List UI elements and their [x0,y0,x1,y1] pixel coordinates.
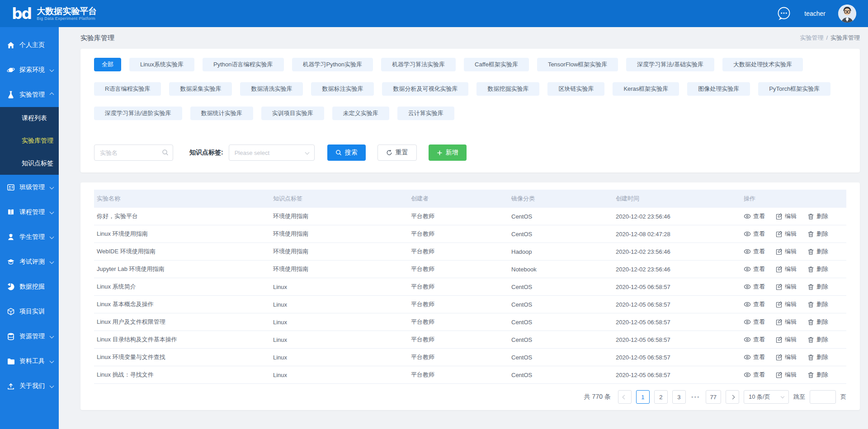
creator: 平台教师 [408,265,509,273]
filter-tag[interactable]: 机器学习算法实验库 [381,58,456,71]
prev-page-button[interactable] [618,390,632,404]
filter-tag[interactable]: 数据分析及可视化实验库 [382,82,468,96]
message-icon[interactable] [776,6,792,21]
view-button[interactable]: 查看 [744,265,765,273]
edit-button[interactable]: 编辑 [776,353,797,361]
chevron-left-icon [623,395,627,399]
sidebar-item-about[interactable]: 关于我们 [0,373,59,398]
filter-tag[interactable]: Linux系统实验库 [129,58,194,71]
delete-button[interactable]: 删除 [807,265,828,273]
avatar[interactable] [838,5,856,23]
view-button[interactable]: 查看 [744,283,765,291]
filter-tag[interactable]: Keras框架实验库 [613,82,679,96]
edit-button[interactable]: 编辑 [776,230,797,238]
filter-tag[interactable]: 数据采集实验库 [169,82,232,96]
creator: 平台教师 [408,230,509,238]
delete-button[interactable]: 删除 [807,300,828,308]
edit-button[interactable]: 编辑 [776,318,797,326]
delete-button[interactable]: 删除 [807,371,828,379]
sidebar-item-knowledge-tags[interactable]: 知识点标签 [0,152,59,175]
view-button[interactable]: 查看 [744,353,765,361]
add-button[interactable]: 新增 [429,145,467,161]
knowledge-tag-select[interactable]: Please select [229,145,315,161]
filter-tag[interactable]: 深度学习算法/基础实验库 [626,58,714,71]
sidebar-item-explore[interactable]: 探索环境 [0,57,59,82]
filter-tag[interactable]: 区块链实验库 [547,82,604,96]
edit-button[interactable]: 编辑 [776,283,797,291]
page-button-2[interactable]: 2 [654,390,668,404]
filter-tag[interactable]: 数据标注实验库 [311,82,374,96]
filter-tag[interactable]: 全部 [94,58,121,71]
filter-tag[interactable]: Caffe框架实验库 [464,58,529,71]
column-tag: 知识点标签 [270,195,408,203]
page-button-1[interactable]: 1 [636,390,650,404]
filter-tag[interactable]: 数据清洗实验库 [240,82,303,96]
filter-tag[interactable]: 大数据处理技术实验库 [722,58,803,71]
view-button[interactable]: 查看 [744,336,765,344]
delete-button[interactable]: 删除 [807,230,828,238]
filter-tag[interactable]: 图像处理实验库 [687,82,750,96]
edit-button[interactable]: 编辑 [776,212,797,220]
username[interactable]: teacher [804,10,826,17]
delete-button[interactable]: 删除 [807,283,828,291]
view-button[interactable]: 查看 [744,371,765,379]
brand-block: 大数据实验平台 Big Data Experiment Platform [37,6,97,21]
view-button[interactable]: 查看 [744,318,765,326]
sidebar-item-experiment-library[interactable]: 实验库管理 [0,130,59,152]
edit-button[interactable]: 编辑 [776,247,797,256]
next-page-button[interactable] [726,390,739,404]
chevron-down-icon [50,185,54,190]
creator: 平台教师 [408,318,509,326]
delete-button[interactable]: 删除 [807,353,828,361]
knowledge-tag: Linux [270,301,408,308]
filter-tag[interactable]: 未定义实验库 [332,107,389,120]
edit-button[interactable]: 编辑 [776,265,797,273]
sidebar-item-project[interactable]: 项目实训 [0,299,59,324]
sidebar-item-course[interactable]: 课程管理 [0,200,59,224]
delete-button[interactable]: 删除 [807,212,828,220]
filter-tag[interactable]: 深度学习算法/进阶实验库 [94,107,182,120]
filter-tag[interactable]: PyTorch框架实验库 [758,82,830,96]
sidebar-item-resource[interactable]: 资源管理 [0,324,59,349]
breadcrumb-parent[interactable]: 实验管理 [800,34,823,41]
page-button-last[interactable]: 77 [706,390,721,404]
filter-tag[interactable]: Python语言编程实验库 [203,58,283,71]
sidebar-item-student[interactable]: 学生管理 [0,224,59,249]
delete-button[interactable]: 删除 [807,336,828,344]
search-button[interactable]: 搜索 [327,145,366,161]
filter-tag[interactable]: 实训项目实验库 [261,107,324,120]
jump-page-input[interactable] [810,390,836,404]
created-time: 2020-12-05 06:58:57 [613,336,741,343]
page-ellipsis[interactable]: ••• [690,394,701,401]
edit-button[interactable]: 编辑 [776,371,797,379]
filter-tag[interactable]: R语言编程实验库 [94,82,161,96]
filter-tag[interactable]: 机器学习Python实验库 [292,58,373,71]
view-button[interactable]: 查看 [744,230,765,238]
experiment-name-input[interactable] [94,145,173,161]
view-button[interactable]: 查看 [744,300,765,308]
sidebar-item-home[interactable]: 个人主页 [0,33,59,57]
sidebar-item-exam[interactable]: 考试评测 [0,249,59,274]
reset-button[interactable]: 重置 [377,145,417,161]
page-size-select[interactable]: 10 条/页 [744,390,789,404]
delete-button[interactable]: 删除 [807,318,828,326]
view-button[interactable]: 查看 [744,247,765,256]
page-button-3[interactable]: 3 [672,390,686,404]
edit-button[interactable]: 编辑 [776,336,797,344]
sidebar-item-course-list[interactable]: 课程列表 [0,107,59,130]
sidebar-item-class[interactable]: 班级管理 [0,175,59,200]
filter-tag[interactable]: 数据挖掘实验库 [476,82,539,96]
filter-tag[interactable]: 云计算实验库 [397,107,454,120]
id-card-icon [7,183,16,191]
chevron-right-icon [730,395,735,399]
edit-button[interactable]: 编辑 [776,300,797,308]
delete-button[interactable]: 删除 [807,247,828,256]
sidebar-item-mining[interactable]: 数据挖掘 [0,274,59,299]
filter-tag[interactable]: TensorFlow框架实验库 [537,58,618,71]
view-button[interactable]: 查看 [744,212,765,220]
sidebar-item-tools[interactable]: 资料工具 [0,349,59,373]
filter-tag[interactable]: 数据统计实验库 [190,107,253,120]
sidebar-item-experiment[interactable]: 实验管理 [0,82,59,107]
chevron-up-icon [50,93,54,97]
chevron-down-icon [50,384,54,388]
